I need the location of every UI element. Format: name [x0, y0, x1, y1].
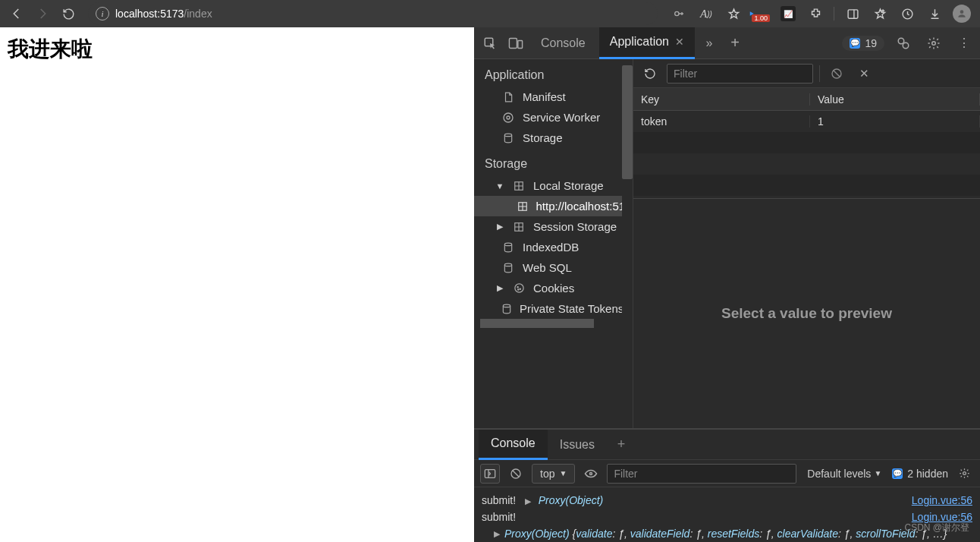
log-row[interactable]: ▶ Proxy(Object) {validate: ƒ, validateFi…	[474, 525, 980, 542]
hidden-chip[interactable]: 💬 2 hidden	[892, 468, 948, 480]
favorite-icon[interactable]	[721, 3, 746, 24]
divider	[819, 65, 820, 82]
page-heading: 我进来啦	[8, 35, 466, 64]
svg-point-12	[504, 134, 511, 137]
forward-button[interactable]	[32, 3, 53, 24]
scrollbar-thumb[interactable]	[622, 65, 633, 179]
sidebar-item-websql[interactable]: Web SQL	[474, 257, 633, 278]
reading-icon[interactable]: A))	[694, 3, 718, 24]
back-button[interactable]	[6, 3, 27, 24]
issues-chip[interactable]: 💬 19	[842, 36, 884, 51]
svg-point-16	[504, 243, 511, 246]
svg-point-9	[932, 41, 936, 45]
sidebar-vscroll[interactable]	[622, 59, 633, 428]
sidebar-item-service-worker[interactable]: Service Worker	[474, 107, 633, 128]
downloads-icon[interactable]	[922, 3, 947, 24]
svg-rect-5	[509, 38, 517, 48]
history-icon[interactable]	[895, 3, 919, 24]
svg-point-20	[520, 288, 520, 289]
storage-table-body: token 1	[633, 111, 980, 198]
refresh-icon[interactable]	[639, 63, 661, 84]
log-row[interactable]: submit! Login.vue:56	[474, 509, 980, 525]
tab-close-icon[interactable]: ✕	[675, 36, 684, 48]
drawer-tab-issues[interactable]: Issues	[548, 430, 607, 460]
clear-icon[interactable]	[826, 63, 847, 84]
sidebar-item-storage[interactable]: Storage	[474, 128, 633, 148]
divider	[834, 7, 834, 20]
add-tab-icon[interactable]: +	[724, 32, 746, 55]
browser-actions: A)) 1.00 📈	[667, 3, 974, 24]
console-toolbar: top ▼ Default levels ▼ 💬 2 hidden	[474, 460, 980, 487]
sidebar-label: Web SQL	[523, 261, 572, 274]
password-icon[interactable]	[667, 3, 691, 24]
svg-point-8	[903, 43, 909, 49]
table-row[interactable]	[633, 175, 980, 196]
favorites-bar-icon[interactable]	[868, 3, 892, 24]
ext-badge: 1.00	[752, 14, 770, 22]
tab-application[interactable]: Application ✕	[599, 27, 695, 59]
svg-point-19	[517, 287, 518, 288]
chevron-right-icon[interactable]: ▶	[495, 283, 504, 293]
gear-icon[interactable]	[954, 464, 974, 484]
sidebar-item-private-state[interactable]: Private State Tokens ▾	[474, 298, 633, 319]
log-levels-select[interactable]: Default levels ▼	[803, 468, 886, 480]
extensions-icon[interactable]	[803, 3, 828, 24]
col-value[interactable]: Value	[810, 93, 980, 106]
sidebar-item-indexeddb[interactable]: IndexedDB	[474, 237, 633, 257]
sidebar-label: Cookies	[533, 282, 574, 295]
tab-console[interactable]: Console	[530, 27, 596, 59]
sidebar-item-local-storage[interactable]: ▼ Local Storage	[474, 175, 633, 196]
drawer-tab-label: Issues	[560, 438, 595, 452]
application-sidebar: Application Manifest Service Worker Stor…	[474, 59, 633, 428]
chevron-right-icon[interactable]: ▶	[495, 222, 504, 232]
refresh-button[interactable]	[58, 3, 79, 24]
breakpoints-icon[interactable]	[892, 32, 915, 55]
svg-point-17	[504, 263, 511, 266]
add-drawer-tab-icon[interactable]: +	[611, 436, 631, 452]
table-row[interactable]	[633, 153, 980, 175]
log-source-link[interactable]: Login.vue:56	[912, 511, 972, 523]
storage-filter-input[interactable]	[667, 64, 813, 84]
delete-icon[interactable]: ✕	[853, 63, 875, 84]
expand-icon[interactable]: ▶	[494, 529, 500, 539]
context-select[interactable]: top ▼	[532, 464, 575, 484]
database-icon	[501, 262, 515, 274]
inspect-icon[interactable]	[479, 32, 501, 55]
sidepanel-icon[interactable]	[840, 3, 865, 24]
sidebar-item-origin[interactable]: http://localhost:5173	[474, 196, 633, 216]
more-tabs-icon[interactable]: »	[698, 32, 721, 55]
sidebar-toggle-icon[interactable]	[480, 464, 500, 484]
address-bar[interactable]: i localhost:5173/index	[88, 2, 658, 25]
sidebar-item-cookies[interactable]: ▶ Cookies	[474, 278, 633, 298]
hidden-count: 2 hidden	[907, 468, 948, 480]
sidebar-item-session-storage[interactable]: ▶ Session Storage	[474, 216, 633, 237]
ext-video-icon[interactable]: 1.00	[749, 3, 773, 24]
drawer-tab-console[interactable]: Console	[479, 430, 548, 460]
log-row[interactable]: submit! ▶ Proxy(Object) Login.vue:56	[474, 492, 980, 509]
cell-value[interactable]: 1	[810, 115, 980, 128]
profile-avatar[interactable]	[950, 3, 974, 24]
cell-key[interactable]: token	[633, 115, 810, 128]
chevron-down-icon[interactable]: ▼	[495, 181, 504, 191]
sidebar-item-manifest[interactable]: Manifest	[474, 87, 633, 107]
log-object[interactable]: Proxy(Object)	[539, 494, 604, 506]
table-row[interactable]: token 1	[633, 111, 980, 132]
expand-icon[interactable]: ▶	[525, 496, 531, 506]
svg-rect-1	[848, 9, 858, 17]
url-path: /index	[184, 8, 212, 20]
site-info-icon[interactable]: i	[96, 7, 109, 20]
device-icon[interactable]	[504, 32, 527, 55]
scrollbar-thumb[interactable]	[480, 319, 594, 328]
ext-graph-icon[interactable]: 📈	[776, 3, 800, 24]
clear-console-icon[interactable]	[506, 464, 526, 484]
svg-point-27	[963, 472, 966, 475]
log-source-link[interactable]: Login.vue:56	[912, 494, 972, 506]
table-row[interactable]	[633, 132, 980, 153]
proxy-expand[interactable]: Proxy(Object) {validate: ƒ, validateFiel…	[504, 528, 947, 540]
col-key[interactable]: Key	[633, 93, 810, 106]
live-expression-icon[interactable]	[581, 464, 601, 484]
kebab-icon[interactable]: ⋮	[953, 32, 975, 55]
settings-icon[interactable]	[922, 32, 945, 55]
console-filter-input[interactable]	[607, 464, 796, 484]
sidebar-hscroll[interactable]	[474, 319, 633, 328]
